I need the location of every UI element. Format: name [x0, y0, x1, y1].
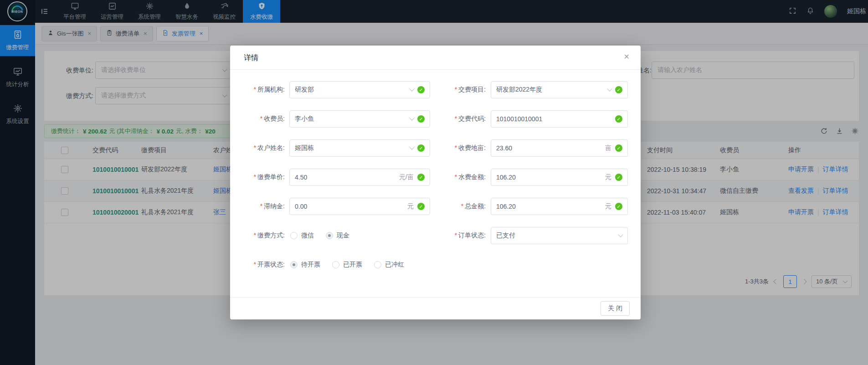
- invoice-status-radio-group: 待开票 已开票 已冲红: [289, 261, 430, 269]
- chevron-down-icon: [409, 115, 414, 120]
- radio-cash[interactable]: 现金: [326, 231, 349, 240]
- valid-check-icon: ✓: [615, 86, 622, 93]
- radio-icon: [374, 261, 381, 268]
- required-asterisk: *: [260, 202, 262, 210]
- unit-suffix: 元: [407, 202, 414, 211]
- radio-icon: [332, 261, 339, 268]
- required-asterisk: *: [254, 86, 256, 93]
- valid-check-icon: ✓: [615, 174, 622, 181]
- valid-check-icon: ✓: [417, 144, 425, 152]
- required-asterisk: *: [455, 231, 457, 239]
- water-fee-input[interactable]: 106.20 元✓: [491, 169, 628, 186]
- field-label: *收费员:: [230, 115, 289, 123]
- valid-check-icon: ✓: [417, 203, 425, 210]
- radio-icon: [290, 232, 298, 239]
- valid-check-icon: ✓: [417, 115, 425, 123]
- input-value: 0.00: [295, 203, 307, 210]
- collector-select[interactable]: 李小鱼 ✓: [289, 110, 430, 128]
- field-label: *水费金额:: [430, 173, 491, 181]
- required-asterisk: *: [254, 231, 256, 239]
- select-value: 李小鱼: [295, 115, 314, 123]
- required-asterisk: *: [455, 86, 457, 93]
- field-label: *总金额:: [430, 202, 491, 211]
- farmer-select[interactable]: 姬国栋 ✓: [289, 139, 430, 157]
- required-asterisk: *: [455, 173, 457, 180]
- required-asterisk: *: [260, 115, 262, 122]
- select-value: 姬国栋: [295, 144, 314, 152]
- unit-suffix: 元: [605, 173, 611, 181]
- field-label: *收费地亩:: [430, 144, 491, 152]
- unit-price-input[interactable]: 4.50 元/亩✓: [289, 169, 430, 186]
- valid-check-icon: ✓: [615, 203, 622, 210]
- input-value: 1010010010001: [496, 115, 542, 123]
- field-label: *缴费方式:: [230, 231, 289, 240]
- radio-wechat[interactable]: 微信: [290, 231, 314, 240]
- close-icon[interactable]: ✕: [624, 52, 630, 61]
- required-asterisk: *: [455, 144, 457, 151]
- unit-suffix: 亩: [605, 144, 611, 152]
- order-status-select[interactable]: 已支付: [491, 227, 628, 244]
- dialog-footer: 关 闭: [230, 297, 641, 319]
- field-label: *交费代码:: [430, 115, 491, 123]
- detail-dialog: 详情 ✕ *所属机构: 研发部 ✓ *交费项目: 研发部2022年度 ✓ *收费…: [230, 46, 641, 319]
- field-label: *交费项目:: [430, 86, 491, 94]
- valid-check-icon: ✓: [417, 86, 425, 93]
- radio-checked-icon: [326, 232, 333, 239]
- field-label: *开票状态:: [230, 261, 289, 269]
- chevron-down-icon: [409, 144, 414, 149]
- valid-check-icon: ✓: [615, 115, 622, 123]
- input-value: 106.20: [496, 203, 516, 210]
- input-value: 4.50: [295, 174, 307, 181]
- chevron-down-icon: [409, 86, 414, 91]
- payment-method-radio-group: 微信 现金: [289, 231, 430, 240]
- select-value: 研发部: [295, 86, 314, 94]
- area-input[interactable]: 23.60 亩✓: [491, 139, 628, 157]
- radio-red-flushed[interactable]: 已冲红: [374, 261, 404, 269]
- field-label: *所属机构:: [230, 86, 289, 94]
- unit-suffix: 元: [605, 202, 611, 211]
- dialog-header: 详情 ✕: [230, 46, 641, 70]
- dialog-title: 详情: [244, 53, 258, 63]
- field-label: *农户姓名:: [230, 144, 289, 152]
- radio-checked-icon: [290, 261, 298, 268]
- close-button[interactable]: 关 闭: [601, 301, 630, 316]
- app-root: RIEON 缴费管理 统计分析: [0, 0, 868, 365]
- chevron-down-icon: [607, 86, 612, 91]
- project-select[interactable]: 研发部2022年度 ✓: [491, 81, 628, 98]
- late-fee-input[interactable]: 0.00 元✓: [289, 198, 430, 215]
- field-label: *缴费单价:: [230, 173, 289, 181]
- required-asterisk: *: [254, 144, 256, 151]
- radio-pending-invoice[interactable]: 待开票: [290, 261, 320, 269]
- required-asterisk: *: [254, 261, 256, 268]
- dialog-body: *所属机构: 研发部 ✓ *交费项目: 研发部2022年度 ✓ *收费员: 李小…: [230, 70, 641, 273]
- input-value: 23.60: [496, 144, 512, 152]
- required-asterisk: *: [461, 202, 463, 210]
- field-label: *滞纳金:: [230, 202, 289, 211]
- valid-check-icon: ✓: [417, 174, 425, 181]
- unit-suffix: 元/亩: [399, 173, 414, 181]
- select-value: 已支付: [496, 231, 515, 240]
- org-select[interactable]: 研发部 ✓: [289, 81, 430, 98]
- select-value: 研发部2022年度: [496, 86, 542, 94]
- required-asterisk: *: [254, 173, 256, 180]
- valid-check-icon: ✓: [615, 144, 622, 152]
- chevron-down-icon: [618, 232, 623, 237]
- input-value: 106.20: [496, 174, 516, 181]
- field-label: *订单状态:: [430, 231, 491, 240]
- radio-invoiced[interactable]: 已开票: [332, 261, 362, 269]
- total-amount-input[interactable]: 106.20 元✓: [491, 198, 628, 215]
- required-asterisk: *: [455, 115, 457, 122]
- pay-code-input[interactable]: 1010010010001 ✓: [491, 110, 628, 128]
